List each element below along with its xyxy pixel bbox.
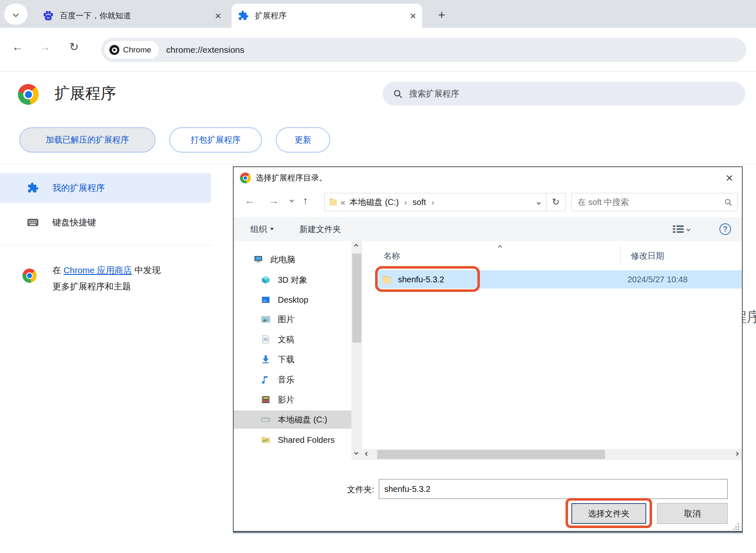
music-icon — [261, 375, 270, 384]
sidebar-item-keyboard-shortcuts[interactable]: 键盘快捷键 — [0, 207, 211, 237]
chip-label: Chrome — [123, 45, 151, 54]
tree-item-label: Shared Folders — [278, 435, 335, 445]
tab-baidu[interactable]: du 百度一下，你就知道 × — [37, 4, 227, 28]
scroll-right-icon[interactable] — [735, 452, 739, 456]
search-input[interactable] — [409, 89, 700, 99]
tree-item-local-disk-c[interactable]: 本地磁盘 (C:) — [234, 410, 351, 429]
tree-item-videos[interactable]: 影片 — [234, 390, 351, 409]
tree-item-music[interactable]: 音乐 — [234, 370, 351, 389]
promo-text-line2: 更多扩展程序和主题 — [52, 281, 131, 291]
tree-item-downloads[interactable]: 下载 — [234, 350, 351, 368]
tab-title: 扩展程序 — [255, 10, 407, 21]
horizontal-scrollbar[interactable] — [362, 449, 742, 460]
dialog-forward-button[interactable]: → — [269, 195, 279, 207]
tab-title: 百度一下，你就知道 — [60, 10, 212, 21]
scroll-left-icon[interactable] — [365, 452, 369, 456]
tree-item-documents[interactable]: 文稿 — [234, 330, 351, 348]
page-title: 扩展程序 — [54, 83, 116, 104]
omnibox[interactable]: Chrome chrome://extensions — [101, 38, 746, 62]
sidebar-divider — [0, 245, 211, 245]
tab-close-icon[interactable]: × — [215, 10, 221, 21]
tree-item-label: 图片 — [278, 314, 294, 325]
organize-label: 组织 — [250, 224, 267, 235]
scrollbar-thumb[interactable] — [377, 450, 605, 459]
reload-button[interactable]: ↻ — [66, 39, 82, 55]
chrome-url-chip[interactable]: Chrome — [104, 41, 159, 59]
web-store-link[interactable]: Chrome 应用商店 — [64, 265, 132, 275]
sidebar-item-my-extensions[interactable]: 我的扩展程序 — [0, 173, 211, 203]
scroll-down-icon[interactable] — [354, 451, 358, 455]
view-mode-button[interactable] — [673, 217, 690, 241]
column-header-date-modified[interactable]: 修改日期 — [631, 250, 664, 262]
scrollbar-thumb[interactable] — [352, 254, 361, 343]
tab-search-button[interactable] — [4, 4, 27, 25]
3d-cube-icon — [261, 275, 270, 284]
dialog-up-button[interactable]: ↑ — [303, 195, 308, 207]
resize-grip-icon[interactable] — [733, 523, 740, 530]
search-icon — [724, 198, 732, 206]
dialog-back-button[interactable]: ← — [245, 195, 255, 207]
breadcrumb[interactable]: « 本地磁盘 (C:) › soft › — [324, 193, 546, 211]
sidebar-item-label: 键盘快捷键 — [52, 217, 96, 228]
dialog-search-input[interactable] — [578, 198, 724, 207]
new-folder-button[interactable]: 新建文件夹 — [299, 217, 341, 241]
navigation-tree: 此电脑 3D 对象 Desktop — [234, 241, 351, 460]
breadcrumb-separator[interactable]: › — [431, 197, 434, 207]
tree-item-label: 下载 — [278, 354, 294, 365]
scroll-up-icon[interactable] — [354, 244, 358, 248]
tree-item-label: 3D 对象 — [278, 274, 307, 286]
breadcrumb-separator[interactable]: › — [404, 197, 407, 207]
tree-item-3d-objects[interactable]: 3D 对象 — [234, 271, 351, 289]
forward-button[interactable]: → — [37, 39, 53, 55]
tab-close-icon[interactable]: × — [410, 10, 416, 21]
list-view-icon — [673, 225, 684, 233]
breadcrumb-segment-drive[interactable]: 本地磁盘 (C:) — [349, 197, 399, 208]
column-header-name[interactable]: 名称 — [383, 250, 400, 262]
new-tab-button[interactable]: + — [434, 7, 449, 22]
tree-item-partial — [234, 454, 351, 460]
tree-item-label: 文稿 — [278, 334, 294, 345]
column-divider[interactable] — [620, 244, 621, 265]
folder-name-input[interactable] — [379, 479, 728, 499]
web-store-promo: 在 Chrome 应用商店 中发现 更多扩展程序和主题 — [52, 262, 202, 294]
tree-item-label: 此电脑 — [270, 254, 295, 265]
refresh-button[interactable]: ↻ — [546, 193, 566, 211]
baidu-favicon: du — [42, 10, 54, 22]
folder-icon — [329, 198, 337, 207]
back-button[interactable]: ← — [9, 39, 26, 55]
annotation-highlight-select-button — [566, 498, 652, 528]
breadcrumb-segment-soft[interactable]: soft — [413, 198, 426, 207]
chrome-mono-icon — [109, 45, 119, 55]
desktop-icon — [261, 295, 270, 304]
organize-menu[interactable]: 组织 — [250, 217, 274, 241]
extensions-search[interactable] — [383, 82, 745, 106]
dialog-close-button[interactable]: × — [722, 170, 737, 185]
dialog-titlebar[interactable]: 选择扩展程序目录。 — [234, 167, 742, 189]
shared-folder-icon — [261, 435, 270, 444]
update-button[interactable]: 更新 — [276, 127, 330, 153]
documents-icon — [261, 335, 270, 344]
chevron-down-icon — [687, 227, 691, 231]
tree-item-label: 影片 — [278, 394, 294, 405]
url-text: chrome://extensions — [166, 45, 245, 55]
tree-item-pictures[interactable]: 图片 — [234, 310, 351, 328]
breadcrumb-dropdown[interactable] — [537, 198, 540, 206]
keyboard-icon — [27, 216, 39, 229]
tree-item-desktop[interactable]: Desktop — [234, 291, 351, 309]
puzzle-icon — [27, 182, 39, 194]
recent-locations-icon[interactable] — [290, 198, 294, 202]
sidebar-item-label: 我的扩展程序 — [52, 182, 105, 194]
dialog-search-box[interactable] — [571, 193, 738, 211]
tree-item-shared-folders[interactable]: Shared Folders — [234, 431, 351, 449]
partial-icon — [261, 459, 270, 460]
help-button[interactable]: ? — [719, 223, 731, 235]
tree-scrollbar[interactable] — [351, 241, 362, 460]
load-unpacked-button[interactable]: 加载已解压的扩展程序 — [19, 127, 156, 153]
pack-extension-button[interactable]: 打包扩展程序 — [169, 127, 262, 153]
chevron-down-icon — [537, 201, 541, 205]
search-icon — [393, 89, 403, 99]
tab-extensions[interactable]: 扩展程序 × — [232, 4, 422, 28]
cancel-button[interactable]: 取消 — [657, 503, 728, 524]
breadcrumb-collapse[interactable]: « — [341, 198, 345, 207]
tree-item-this-pc[interactable]: 此电脑 — [234, 250, 351, 269]
